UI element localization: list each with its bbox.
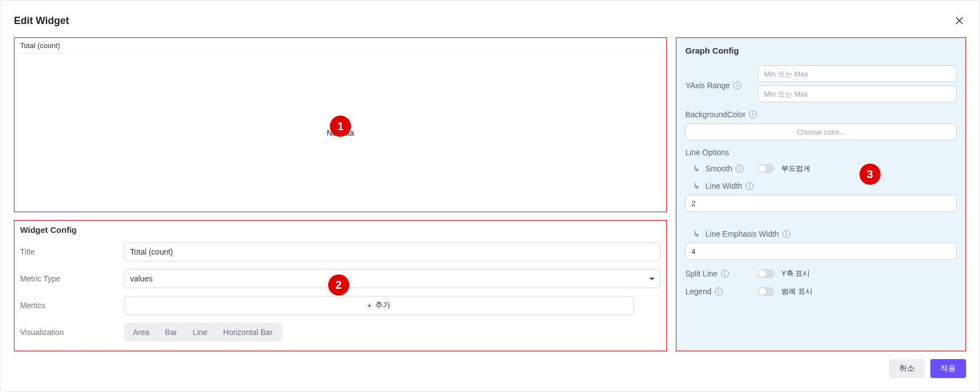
viz-option-area[interactable]: Area [125,324,157,341]
metric-type-value: values [130,274,152,283]
preview-title: Total (count) [15,38,666,54]
yaxis-max-input[interactable] [758,85,957,102]
info-icon[interactable]: i [746,182,753,190]
graph-config-panel: Graph Config YAxis Range i BackgroundCol… [676,37,966,351]
splitline-toggle[interactable] [758,269,775,278]
title-row: Title [20,242,661,261]
yaxis-range-text: YAxis Range [685,81,730,90]
yaxis-min-input[interactable] [758,65,957,82]
bgcolor-row: BackgroundColor i Choose color... [685,110,957,140]
bgcolor-label: BackgroundColor i [685,110,957,119]
widget-config-heading: Widget Config [20,225,661,235]
legend-toggle-label: 범례 표시 [781,286,813,297]
visualization-row: Visualization Area Bar Line Horizontal B… [20,323,661,342]
cancel-button[interactable]: 취소 [889,359,925,378]
line-emphasis-label: Line Emphasis Width [705,230,779,238]
smooth-label: Smooth [705,164,732,173]
metric-type-select[interactable]: values [124,269,661,288]
line-options-heading: Line Options [685,148,957,157]
left-column: Total (count) 1 No data Widget Config Ti… [14,37,667,351]
edit-widget-modal: Edit Widget Total (count) 1 No data Widg… [0,0,980,392]
preview-panel: Total (count) 1 No data [14,37,667,212]
visualization-group: Area Bar Line Horizontal Bar [124,323,282,342]
splitline-row: Split Line i Y축 표시 [685,269,957,279]
add-metric-label: 추가 [375,300,391,310]
plus-icon: + [367,301,372,310]
viz-option-horizontal-bar[interactable]: Horizontal Bar [215,324,281,341]
sub-arrow-icon: ↳ [693,164,700,173]
metric-type-row: Metric Type values 2 [20,269,661,288]
sub-arrow-icon: ↳ [693,230,700,238]
annotation-badge-1: 1 [330,116,351,137]
line-width-input[interactable] [685,195,957,212]
legend-label: Legend [685,287,712,296]
bgcolor-picker[interactable]: Choose color... [685,123,957,140]
yaxis-range-row: YAxis Range i [685,65,957,102]
line-width-block: ↳ Line Width i 3 [685,181,957,221]
modal-header: Edit Widget [14,14,966,27]
preview-body: 1 No data [15,54,666,212]
info-icon[interactable]: i [715,288,723,295]
modal-footer: 취소 적용 [14,359,966,378]
info-icon[interactable]: i [736,165,743,173]
viz-option-bar[interactable]: Bar [157,324,185,341]
graph-config-heading: Graph Config [685,46,957,55]
metrics-label: Mertics [20,301,124,310]
smooth-toggle[interactable] [758,164,775,173]
close-icon [954,16,964,26]
line-emphasis-block: ↳ Line Emphasis Width i [685,230,957,260]
splitline-toggle-label: Y축 표시 [781,269,810,279]
smooth-row: ↳ Smooth i 부드럽게 [685,164,957,174]
chevron-down-icon [649,278,655,280]
bgcolor-placeholder: Choose color... [797,128,846,136]
line-width-label: Line Width [705,181,742,190]
visualization-label: Visualization [20,328,124,337]
sub-arrow-icon: ↳ [693,181,700,190]
bgcolor-text: BackgroundColor [685,110,746,119]
title-input[interactable] [124,242,661,261]
apply-button[interactable]: 적용 [930,359,966,378]
metrics-row: Mertics + 추가 [20,296,661,315]
info-icon[interactable]: i [782,230,790,238]
add-metric-button[interactable]: + 추가 [124,296,634,315]
modal-content: Total (count) 1 No data Widget Config Ti… [14,37,966,351]
widget-config-panel: Widget Config Title Metric Type values [14,220,667,351]
splitline-label: Split Line [685,269,718,278]
info-icon[interactable]: i [733,82,741,89]
metric-type-label: Metric Type [20,274,124,283]
info-icon[interactable]: i [721,270,729,278]
viz-option-line[interactable]: Line [185,324,215,341]
smooth-toggle-label: 부드럽게 [781,164,810,174]
modal-title: Edit Widget [14,15,69,27]
close-button[interactable] [953,14,966,27]
title-label: Title [20,247,124,256]
right-column: Graph Config YAxis Range i BackgroundCol… [676,37,966,351]
info-icon[interactable]: i [749,111,757,118]
legend-row: Legend i 범례 표시 [685,286,957,297]
annotation-badge-3: 3 [859,164,881,185]
line-emphasis-input[interactable] [685,243,957,260]
legend-toggle[interactable] [758,287,775,296]
annotation-badge-2: 2 [328,274,349,295]
yaxis-range-label: YAxis Range i [685,65,758,102]
